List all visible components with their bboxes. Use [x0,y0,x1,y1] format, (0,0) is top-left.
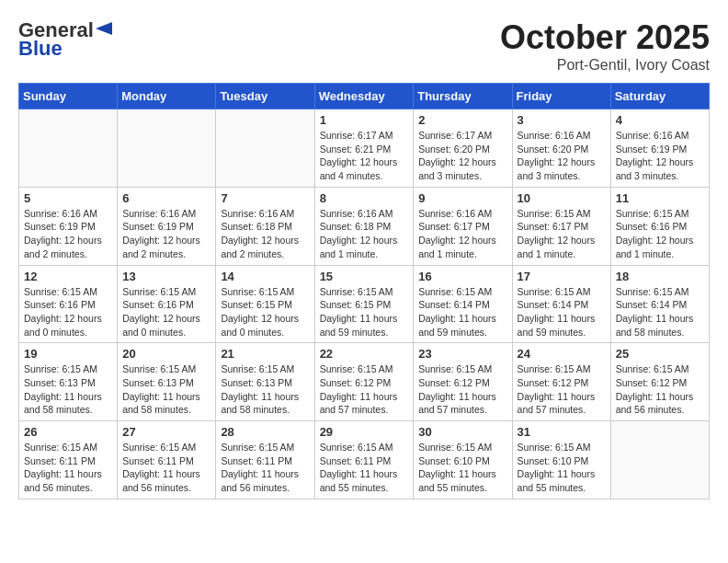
day-number: 14 [221,270,309,283]
title-area: October 2025 Port-Gentil, Ivory Coast [500,18,710,74]
day-number: 10 [518,191,606,205]
calendar-cell: 19Sunrise: 6:15 AM Sunset: 6:13 PM Dayli… [19,343,118,421]
day-info: Sunrise: 6:15 AM Sunset: 6:15 PM Dayligh… [221,285,309,339]
day-number: 11 [616,191,704,205]
day-info: Sunrise: 6:16 AM Sunset: 6:17 PM Dayligh… [418,207,506,261]
calendar-cell: 4Sunrise: 6:16 AM Sunset: 6:19 PM Daylig… [610,109,709,188]
day-info: Sunrise: 6:15 AM Sunset: 6:12 PM Dayligh… [616,362,704,417]
calendar-cell: 28Sunrise: 6:15 AM Sunset: 6:11 PM Dayli… [216,421,314,500]
day-info: Sunrise: 6:16 AM Sunset: 6:19 PM Dayligh… [122,207,210,261]
calendar-cell: 9Sunrise: 6:16 AM Sunset: 6:17 PM Daylig… [414,187,512,265]
day-number: 13 [122,270,210,283]
calendar-week-1: 1Sunrise: 6:17 AM Sunset: 6:21 PM Daylig… [19,109,710,188]
day-number: 25 [616,347,704,361]
day-number: 29 [320,425,409,439]
day-info: Sunrise: 6:15 AM Sunset: 6:17 PM Dayligh… [518,207,606,261]
calendar-cell: 2Sunrise: 6:17 AM Sunset: 6:20 PM Daylig… [414,109,512,188]
calendar-week-4: 19Sunrise: 6:15 AM Sunset: 6:13 PM Dayli… [19,343,710,421]
calendar-week-5: 26Sunrise: 6:15 AM Sunset: 6:11 PM Dayli… [19,421,710,500]
logo: General Blue [18,18,112,61]
calendar-cell: 20Sunrise: 6:15 AM Sunset: 6:13 PM Dayli… [118,343,216,421]
day-info: Sunrise: 6:15 AM Sunset: 6:16 PM Dayligh… [122,285,210,339]
day-number: 20 [122,347,210,361]
calendar-cell: 25Sunrise: 6:15 AM Sunset: 6:12 PM Dayli… [610,343,709,421]
calendar-cell: 30Sunrise: 6:15 AM Sunset: 6:10 PM Dayli… [414,421,512,500]
day-number: 24 [518,347,606,361]
day-number: 30 [418,425,506,439]
calendar-cell [610,421,709,500]
day-number: 8 [320,191,409,205]
calendar-cell: 7Sunrise: 6:16 AM Sunset: 6:18 PM Daylig… [216,187,314,265]
month-title: October 2025 [500,18,710,57]
weekday-header-wednesday: Wednesday [314,84,414,109]
calendar-cell: 31Sunrise: 6:15 AM Sunset: 6:10 PM Dayli… [512,421,610,500]
day-number: 26 [24,425,112,439]
calendar-cell: 18Sunrise: 6:15 AM Sunset: 6:14 PM Dayli… [610,265,709,343]
calendar-cell: 12Sunrise: 6:15 AM Sunset: 6:16 PM Dayli… [19,265,118,343]
calendar-cell: 13Sunrise: 6:15 AM Sunset: 6:16 PM Dayli… [118,265,216,343]
day-number: 9 [418,191,506,205]
weekday-header-friday: Friday [512,84,610,109]
calendar-cell [118,109,216,188]
calendar-cell: 15Sunrise: 6:15 AM Sunset: 6:15 PM Dayli… [314,265,414,343]
calendar-cell: 21Sunrise: 6:15 AM Sunset: 6:13 PM Dayli… [216,343,314,421]
day-number: 4 [616,113,704,127]
day-info: Sunrise: 6:15 AM Sunset: 6:11 PM Dayligh… [320,441,409,495]
day-number: 2 [418,113,506,127]
day-number: 31 [518,425,606,439]
day-info: Sunrise: 6:17 AM Sunset: 6:20 PM Dayligh… [418,129,506,183]
weekday-header-thursday: Thursday [414,84,512,109]
day-info: Sunrise: 6:15 AM Sunset: 6:14 PM Dayligh… [616,285,704,339]
day-number: 21 [221,347,309,361]
day-info: Sunrise: 6:15 AM Sunset: 6:12 PM Dayligh… [518,362,606,417]
logo-icon [96,20,112,37]
calendar-week-2: 5Sunrise: 6:16 AM Sunset: 6:19 PM Daylig… [19,187,710,265]
calendar-table: SundayMondayTuesdayWednesdayThursdayFrid… [18,83,710,500]
day-info: Sunrise: 6:16 AM Sunset: 6:19 PM Dayligh… [616,129,704,183]
day-info: Sunrise: 6:15 AM Sunset: 6:13 PM Dayligh… [24,362,112,417]
day-info: Sunrise: 6:15 AM Sunset: 6:11 PM Dayligh… [122,441,210,495]
day-number: 23 [418,347,506,361]
calendar-cell: 8Sunrise: 6:16 AM Sunset: 6:18 PM Daylig… [314,187,414,265]
location-title: Port-Gentil, Ivory Coast [500,57,710,74]
day-info: Sunrise: 6:17 AM Sunset: 6:21 PM Dayligh… [320,129,409,183]
calendar-cell: 14Sunrise: 6:15 AM Sunset: 6:15 PM Dayli… [216,265,314,343]
weekday-header-monday: Monday [118,84,216,109]
calendar-cell: 27Sunrise: 6:15 AM Sunset: 6:11 PM Dayli… [118,421,216,500]
day-info: Sunrise: 6:15 AM Sunset: 6:10 PM Dayligh… [518,441,606,495]
day-number: 15 [320,270,409,283]
calendar-cell: 26Sunrise: 6:15 AM Sunset: 6:11 PM Dayli… [19,421,118,500]
day-info: Sunrise: 6:16 AM Sunset: 6:18 PM Dayligh… [320,207,409,261]
day-info: Sunrise: 6:15 AM Sunset: 6:10 PM Dayligh… [418,441,506,495]
calendar-cell: 29Sunrise: 6:15 AM Sunset: 6:11 PM Dayli… [314,421,414,500]
day-info: Sunrise: 6:15 AM Sunset: 6:16 PM Dayligh… [24,285,112,339]
day-info: Sunrise: 6:16 AM Sunset: 6:20 PM Dayligh… [518,129,606,183]
day-info: Sunrise: 6:15 AM Sunset: 6:15 PM Dayligh… [320,285,409,339]
calendar-cell [216,109,314,188]
weekday-header-sunday: Sunday [19,84,118,109]
calendar-cell: 23Sunrise: 6:15 AM Sunset: 6:12 PM Dayli… [414,343,512,421]
day-info: Sunrise: 6:15 AM Sunset: 6:13 PM Dayligh… [221,362,309,417]
day-number: 16 [418,270,506,283]
day-number: 5 [24,191,112,205]
day-number: 3 [518,113,606,127]
day-info: Sunrise: 6:15 AM Sunset: 6:12 PM Dayligh… [418,362,506,417]
day-number: 18 [616,270,704,283]
day-info: Sunrise: 6:15 AM Sunset: 6:14 PM Dayligh… [518,285,606,339]
calendar-cell: 24Sunrise: 6:15 AM Sunset: 6:12 PM Dayli… [512,343,610,421]
logo-blue: Blue [18,37,63,61]
day-number: 28 [221,425,309,439]
svg-marker-0 [96,22,112,35]
calendar-cell: 17Sunrise: 6:15 AM Sunset: 6:14 PM Dayli… [512,265,610,343]
day-info: Sunrise: 6:16 AM Sunset: 6:19 PM Dayligh… [24,207,112,261]
calendar-cell: 5Sunrise: 6:16 AM Sunset: 6:19 PM Daylig… [19,187,118,265]
calendar-week-3: 12Sunrise: 6:15 AM Sunset: 6:16 PM Dayli… [19,265,710,343]
day-info: Sunrise: 6:15 AM Sunset: 6:11 PM Dayligh… [24,441,112,495]
calendar-cell: 1Sunrise: 6:17 AM Sunset: 6:21 PM Daylig… [314,109,414,188]
calendar-cell: 6Sunrise: 6:16 AM Sunset: 6:19 PM Daylig… [118,187,216,265]
day-number: 22 [320,347,409,361]
weekday-header-row: SundayMondayTuesdayWednesdayThursdayFrid… [19,84,710,109]
day-info: Sunrise: 6:15 AM Sunset: 6:13 PM Dayligh… [122,362,210,417]
weekday-header-tuesday: Tuesday [216,84,314,109]
day-info: Sunrise: 6:15 AM Sunset: 6:12 PM Dayligh… [320,362,409,417]
